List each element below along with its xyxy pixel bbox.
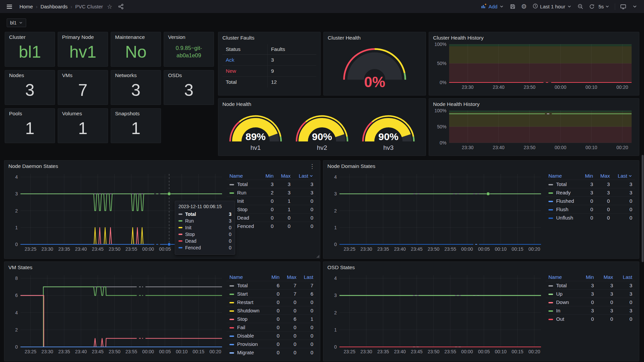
menu-icon[interactable] — [5, 2, 14, 11]
svg-text:23:30: 23:30 — [462, 145, 474, 150]
panel-title[interactable]: VM States — [8, 264, 316, 271]
panel-menu-icon[interactable]: ⋮ — [309, 163, 316, 170]
legend-row-start[interactable]: Start076 — [227, 290, 316, 298]
chart-node-health-history[interactable]: 23:3023:4023:5000:0000:1000:200%50%100% — [433, 108, 635, 152]
series-color-swatch — [548, 218, 553, 219]
panel-title[interactable]: Node Health History — [433, 101, 635, 108]
fault-status: Total — [222, 77, 267, 88]
legend-column-name[interactable]: Name — [227, 172, 261, 180]
legend-row-out[interactable]: Out000 — [546, 315, 635, 323]
legend-row-fenced[interactable]: Fenced000 — [227, 222, 316, 230]
panel-resize-handle[interactable] — [316, 255, 319, 258]
legend-column-max[interactable]: Max — [596, 172, 612, 180]
panel-title[interactable]: OSD States — [327, 264, 635, 271]
legend-table: NameMinMaxLastTotal333Up333Down000In333O… — [546, 273, 635, 323]
svg-text:23:40: 23:40 — [75, 349, 87, 354]
chevron-down-icon — [19, 21, 23, 25]
chart-osd-states[interactable]: 23:2523:3023:3523:4023:4523:5023:5500:00… — [327, 271, 544, 357]
legend-row-provision[interactable]: Provision000 — [227, 340, 316, 348]
share-icon[interactable] — [116, 2, 126, 11]
legend-column-last[interactable]: Last — [616, 273, 635, 281]
legend-column-min[interactable]: Min — [579, 273, 597, 281]
legend-row-migrate[interactable]: Migrate000 — [227, 348, 316, 357]
panel-title: VMs — [62, 72, 104, 78]
svg-text:23:55: 23:55 — [125, 349, 137, 354]
legend-column-max[interactable]: Max — [282, 273, 299, 281]
legend-row-disable[interactable]: Disable000 — [227, 331, 316, 340]
legend-column-last[interactable]: Last — [293, 172, 316, 180]
kiosk-monitor-icon[interactable] — [619, 2, 628, 11]
svg-text:00:05: 00:05 — [159, 349, 171, 354]
stat-panel-networks: Networks3 — [111, 70, 161, 105]
legend-column-name[interactable]: Name — [227, 273, 267, 281]
gauge-value: 0% — [364, 74, 385, 90]
legend-row-total[interactable]: Total333 — [227, 180, 316, 188]
legend-row-fail[interactable]: Fail000 — [227, 323, 316, 331]
gauge-value: 89% — [246, 131, 266, 142]
legend-row-init[interactable]: Init010 — [227, 197, 316, 205]
legend-row-flush[interactable]: Flush000 — [546, 205, 635, 214]
legend-row-run[interactable]: Run233 — [227, 188, 316, 197]
add-chart-icon — [481, 3, 486, 10]
series-color-swatch — [229, 327, 234, 328]
chart-tooltip: 2023-12-11 00:06:15Total3Run3Init0Stop0D… — [175, 201, 235, 255]
save-icon[interactable] — [508, 2, 517, 11]
legend-column-max[interactable]: Max — [597, 273, 616, 281]
legend-column-min[interactable]: Min — [267, 273, 282, 281]
legend-row-dead[interactable]: Dead000 — [227, 214, 316, 222]
legend-column-name[interactable]: Name — [546, 273, 579, 281]
chart-vm-states[interactable]: 23:2523:3023:3523:4023:4523:5023:5500:00… — [8, 271, 225, 357]
star-icon[interactable]: ☆ — [105, 2, 114, 11]
stat-value: hv1 — [62, 42, 104, 62]
legend-row-unflush[interactable]: Unflush000 — [546, 214, 635, 222]
legend-row-stop[interactable]: Stop061 — [227, 315, 316, 323]
refresh-interval-dropdown[interactable]: 5s — [598, 2, 611, 11]
legend-row-shutdown[interactable]: Shutdown000 — [227, 306, 316, 315]
legend-column-min[interactable]: Min — [261, 172, 276, 180]
refresh-icon[interactable] — [587, 2, 596, 11]
svg-text:23:35: 23:35 — [58, 349, 70, 354]
legend-row-total[interactable]: Total677 — [227, 281, 316, 290]
legend-row-restart[interactable]: Restart000 — [227, 298, 316, 306]
svg-text:00:00: 00:00 — [142, 349, 154, 354]
chart-cluster-health-history[interactable]: 23:3023:4023:5000:0000:1000:200%50%100% — [433, 42, 635, 91]
legend-row-up[interactable]: Up333 — [546, 290, 635, 298]
node-health-gauge-hv1: 89%hv1 — [224, 107, 287, 152]
legend-row-stop[interactable]: Stop010 — [227, 205, 316, 214]
legend-row-total[interactable]: Total333 — [546, 281, 635, 290]
stat-value: 1 — [115, 118, 157, 139]
panel-title[interactable]: Node Daemon States — [8, 163, 58, 170]
legend-column-last[interactable]: Last — [299, 273, 316, 281]
svg-text:23:40: 23:40 — [394, 246, 406, 252]
legend-row-flushed[interactable]: Flushed000 — [546, 197, 635, 205]
legend-row-ready[interactable]: Ready333 — [546, 188, 635, 197]
legend-row-total[interactable]: Total333 — [546, 180, 635, 188]
scrollbar[interactable] — [642, 155, 644, 262]
dashboard-variable-dropdown[interactable]: bl1 — [7, 18, 26, 27]
panel-cluster-faults: Cluster Faults Status Faults Ack 3 New — [218, 32, 321, 96]
legend-column-min[interactable]: Min — [581, 172, 596, 180]
chevron-down-icon[interactable] — [630, 2, 639, 11]
svg-text:4: 4 — [334, 276, 337, 281]
svg-text:0%: 0% — [440, 140, 446, 145]
panel-title[interactable]: Node Domain States — [327, 163, 635, 170]
stat-value: bl1 — [9, 42, 51, 62]
time-range-picker[interactable]: Last 1 hour — [531, 2, 574, 11]
panel-title[interactable]: Cluster Health History — [433, 34, 635, 42]
legend-column-last[interactable]: Last — [612, 172, 635, 180]
chart-legend: NameMinMaxLastTotal333Run233Init010Stop0… — [225, 170, 316, 254]
panel-title[interactable]: Cluster Faults — [222, 34, 316, 42]
breadcrumb-dashboards[interactable]: Dashboards — [41, 4, 68, 9]
legend-column-max[interactable]: Max — [276, 172, 293, 180]
zoom-out-icon[interactable] — [576, 2, 585, 11]
legend-column-name[interactable]: Name — [546, 172, 581, 180]
panel-title: Snapshots — [115, 111, 157, 117]
add-panel-button[interactable]: Add — [479, 2, 506, 11]
chart-node-domain-states[interactable]: 23:2523:3023:3523:4023:4523:5023:5500:00… — [327, 170, 544, 254]
gear-icon[interactable]: ⚙ — [519, 2, 529, 11]
legend-row-in[interactable]: In333 — [546, 306, 635, 315]
fault-count: 12 — [267, 77, 316, 88]
legend-row-down[interactable]: Down000 — [546, 298, 635, 306]
breadcrumb-home[interactable]: Home — [19, 4, 33, 9]
svg-text:23:40: 23:40 — [493, 84, 504, 90]
